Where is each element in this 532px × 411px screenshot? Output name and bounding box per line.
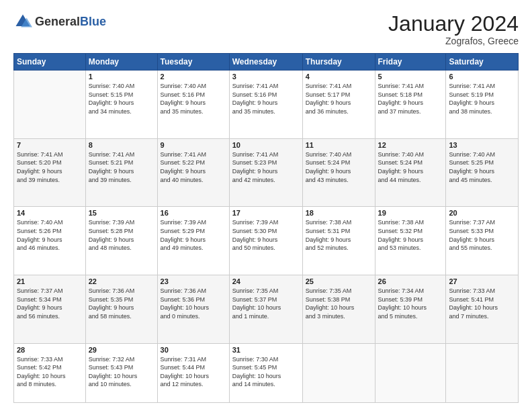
day-info: Sunrise: 7:35 AM Sunset: 5:37 PM Dayligh… — [232, 287, 300, 320]
table-row — [446, 343, 519, 402]
logo: General Blue — [13, 12, 106, 31]
table-row: 19Sunrise: 7:38 AM Sunset: 5:32 PM Dayli… — [375, 207, 446, 275]
day-info: Sunrise: 7:40 AM Sunset: 5:24 PM Dayligh… — [378, 150, 443, 184]
table-row: 24Sunrise: 7:35 AM Sunset: 5:37 PM Dayli… — [229, 275, 302, 343]
day-info: Sunrise: 7:41 AM Sunset: 5:21 PM Dayligh… — [89, 150, 154, 184]
day-number: 16 — [161, 209, 226, 217]
day-number: 11 — [306, 141, 372, 149]
page: General Blue January 2024 Zografos, Gree… — [0, 0, 532, 411]
day-info: Sunrise: 7:40 AM Sunset: 5:16 PM Dayligh… — [161, 82, 226, 116]
header-friday: Friday — [375, 54, 446, 71]
table-row: 9Sunrise: 7:41 AM Sunset: 5:22 PM Daylig… — [157, 138, 229, 207]
day-number: 24 — [232, 277, 300, 285]
day-number: 21 — [17, 277, 83, 285]
table-row: 3Sunrise: 7:41 AM Sunset: 5:16 PM Daylig… — [229, 71, 302, 139]
table-row: 26Sunrise: 7:34 AM Sunset: 5:39 PM Dayli… — [375, 275, 446, 343]
day-info: Sunrise: 7:34 AM Sunset: 5:39 PM Dayligh… — [378, 287, 443, 320]
logo-general: General — [35, 15, 80, 28]
day-number: 18 — [306, 209, 372, 217]
day-info: Sunrise: 7:41 AM Sunset: 5:20 PM Dayligh… — [17, 150, 83, 184]
day-info: Sunrise: 7:40 AM Sunset: 5:26 PM Dayligh… — [17, 218, 83, 252]
table-row: 11Sunrise: 7:40 AM Sunset: 5:24 PM Dayli… — [302, 138, 375, 207]
table-row: 8Sunrise: 7:41 AM Sunset: 5:21 PM Daylig… — [85, 138, 157, 207]
day-number: 27 — [449, 277, 515, 285]
table-row: 15Sunrise: 7:39 AM Sunset: 5:28 PM Dayli… — [85, 207, 157, 275]
day-info: Sunrise: 7:33 AM Sunset: 5:41 PM Dayligh… — [449, 287, 515, 320]
day-info: Sunrise: 7:40 AM Sunset: 5:24 PM Dayligh… — [306, 150, 372, 184]
table-row: 29Sunrise: 7:32 AM Sunset: 5:43 PM Dayli… — [85, 343, 157, 402]
day-number: 26 — [378, 277, 443, 285]
day-number: 2 — [161, 73, 226, 81]
table-row — [302, 343, 375, 402]
table-row: 12Sunrise: 7:40 AM Sunset: 5:24 PM Dayli… — [375, 138, 446, 207]
table-row: 2Sunrise: 7:40 AM Sunset: 5:16 PM Daylig… — [157, 71, 229, 139]
table-row: 17Sunrise: 7:39 AM Sunset: 5:30 PM Dayli… — [229, 207, 302, 275]
day-number: 1 — [89, 73, 154, 81]
day-info: Sunrise: 7:41 AM Sunset: 5:22 PM Dayligh… — [161, 150, 226, 184]
day-info: Sunrise: 7:35 AM Sunset: 5:38 PM Dayligh… — [306, 287, 372, 320]
day-info: Sunrise: 7:40 AM Sunset: 5:15 PM Dayligh… — [89, 82, 154, 116]
day-info: Sunrise: 7:33 AM Sunset: 5:42 PM Dayligh… — [17, 355, 83, 389]
table-row: 10Sunrise: 7:41 AM Sunset: 5:23 PM Dayli… — [229, 138, 302, 207]
day-number: 3 — [232, 73, 300, 81]
header: General Blue January 2024 Zografos, Gree… — [13, 12, 519, 46]
day-info: Sunrise: 7:32 AM Sunset: 5:43 PM Dayligh… — [89, 355, 154, 389]
day-number: 22 — [89, 277, 154, 285]
table-row: 7Sunrise: 7:41 AM Sunset: 5:20 PM Daylig… — [14, 138, 86, 207]
day-number: 29 — [89, 346, 154, 354]
day-info: Sunrise: 7:38 AM Sunset: 5:32 PM Dayligh… — [378, 218, 443, 252]
header-saturday: Saturday — [446, 54, 519, 71]
weekday-header-row: Sunday Monday Tuesday Wednesday Thursday… — [14, 54, 519, 71]
table-row: 18Sunrise: 7:38 AM Sunset: 5:31 PM Dayli… — [302, 207, 375, 275]
day-info: Sunrise: 7:37 AM Sunset: 5:34 PM Dayligh… — [17, 287, 83, 320]
day-info: Sunrise: 7:38 AM Sunset: 5:31 PM Dayligh… — [306, 218, 372, 252]
day-info: Sunrise: 7:39 AM Sunset: 5:30 PM Dayligh… — [232, 218, 300, 252]
table-row: 27Sunrise: 7:33 AM Sunset: 5:41 PM Dayli… — [446, 275, 519, 343]
day-number: 20 — [449, 209, 515, 217]
header-tuesday: Tuesday — [157, 54, 229, 71]
day-number: 17 — [232, 209, 300, 217]
day-number: 28 — [17, 346, 83, 354]
day-number: 12 — [378, 141, 443, 149]
day-number: 10 — [232, 141, 300, 149]
table-row: 22Sunrise: 7:36 AM Sunset: 5:35 PM Dayli… — [85, 275, 157, 343]
month-title: January 2024 — [388, 12, 519, 36]
day-number: 13 — [449, 141, 515, 149]
day-number: 25 — [306, 277, 372, 285]
table-row: 30Sunrise: 7:31 AM Sunset: 5:44 PM Dayli… — [157, 343, 229, 402]
day-number: 9 — [161, 141, 226, 149]
day-number: 5 — [378, 73, 443, 81]
day-info: Sunrise: 7:41 AM Sunset: 5:16 PM Dayligh… — [232, 82, 300, 116]
header-monday: Monday — [85, 54, 157, 71]
day-number: 31 — [232, 346, 300, 354]
day-number: 15 — [89, 209, 154, 217]
day-info: Sunrise: 7:30 AM Sunset: 5:45 PM Dayligh… — [232, 355, 300, 389]
title-block: January 2024 Zografos, Greece — [388, 12, 519, 46]
day-number: 8 — [89, 141, 154, 149]
day-info: Sunrise: 7:31 AM Sunset: 5:44 PM Dayligh… — [161, 355, 226, 389]
location: Zografos, Greece — [388, 36, 519, 46]
table-row: 28Sunrise: 7:33 AM Sunset: 5:42 PM Dayli… — [14, 343, 86, 402]
day-number: 7 — [17, 141, 83, 149]
table-row: 31Sunrise: 7:30 AM Sunset: 5:45 PM Dayli… — [229, 343, 302, 402]
day-info: Sunrise: 7:36 AM Sunset: 5:35 PM Dayligh… — [89, 287, 154, 320]
table-row: 5Sunrise: 7:41 AM Sunset: 5:18 PM Daylig… — [375, 71, 446, 139]
day-number: 30 — [161, 346, 226, 354]
table-row: 1Sunrise: 7:40 AM Sunset: 5:15 PM Daylig… — [85, 71, 157, 139]
day-info: Sunrise: 7:36 AM Sunset: 5:36 PM Dayligh… — [161, 287, 226, 320]
table-row: 6Sunrise: 7:41 AM Sunset: 5:19 PM Daylig… — [446, 71, 519, 139]
logo-icon — [13, 12, 32, 31]
table-row: 25Sunrise: 7:35 AM Sunset: 5:38 PM Dayli… — [302, 275, 375, 343]
table-row: 21Sunrise: 7:37 AM Sunset: 5:34 PM Dayli… — [14, 275, 86, 343]
day-info: Sunrise: 7:39 AM Sunset: 5:28 PM Dayligh… — [89, 218, 154, 252]
day-number: 19 — [378, 209, 443, 217]
day-info: Sunrise: 7:41 AM Sunset: 5:23 PM Dayligh… — [232, 150, 300, 184]
day-number: 23 — [161, 277, 226, 285]
table-row: 13Sunrise: 7:40 AM Sunset: 5:25 PM Dayli… — [446, 138, 519, 207]
header-thursday: Thursday — [302, 54, 375, 71]
table-row — [14, 71, 86, 139]
table-row: 23Sunrise: 7:36 AM Sunset: 5:36 PM Dayli… — [157, 275, 229, 343]
day-info: Sunrise: 7:41 AM Sunset: 5:19 PM Dayligh… — [449, 82, 515, 116]
logo-blue: Blue — [80, 15, 106, 28]
table-row: 14Sunrise: 7:40 AM Sunset: 5:26 PM Dayli… — [14, 207, 86, 275]
